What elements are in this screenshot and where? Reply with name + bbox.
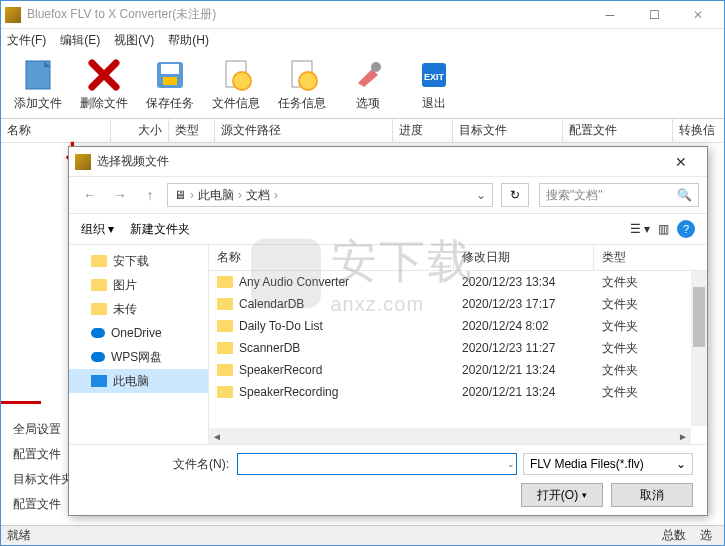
col-type[interactable]: 类型	[169, 119, 215, 142]
menubar: 文件(F) 编辑(E) 视图(V) 帮助(H)	[1, 29, 724, 51]
breadcrumb[interactable]: 🖥 › 此电脑 › 文档 › ⌄	[167, 183, 493, 207]
task-info-button[interactable]: 任务信息	[273, 57, 331, 112]
col-size[interactable]: 大小	[111, 119, 169, 142]
file-info-button[interactable]: 文件信息	[207, 57, 265, 112]
svg-rect-3	[163, 77, 177, 85]
add-file-icon	[20, 57, 56, 93]
chevron-down-icon[interactable]: ⌄	[476, 188, 486, 202]
dialog-nav: ← → ↑ 🖥 › 此电脑 › 文档 › ⌄ ↻ 搜索"文档" 🔍	[69, 177, 707, 213]
minimize-button[interactable]: ─	[588, 1, 632, 29]
search-icon: 🔍	[677, 188, 692, 202]
sidebar-item-5[interactable]: 此电脑	[69, 369, 208, 393]
chevron-down-icon[interactable]: ⌄	[507, 459, 515, 469]
sidebar-item-3[interactable]: OneDrive	[69, 321, 208, 345]
file-row[interactable]: CalendarDB2020/12/23 17:17文件夹	[209, 293, 707, 315]
nav-refresh-button[interactable]: ↻	[501, 183, 529, 207]
cloud-icon	[91, 328, 105, 338]
files-list: Any Audio Converter2020/12/23 13:34文件夹Ca…	[209, 271, 707, 444]
menu-view[interactable]: 视图(V)	[114, 32, 154, 49]
col-name[interactable]: 名称	[1, 119, 111, 142]
filetype-select[interactable]: FLV Media Files(*.flv) ⌄	[523, 453, 693, 475]
exit-button[interactable]: EXIT 退出	[405, 57, 463, 112]
dialog-file-pane: 名称 修改日期 类型 Any Audio Converter2020/12/23…	[209, 245, 707, 444]
scrollbar-horizontal[interactable]: ◄ ►	[209, 428, 691, 444]
cancel-button[interactable]: 取消	[611, 483, 693, 507]
col-srcpath[interactable]: 源文件路径	[215, 119, 393, 142]
maximize-button[interactable]: ☐	[632, 1, 676, 29]
dialog-footer: 文件名(N): ⌄ FLV Media Files(*.flv) ⌄ 打开(O)…	[69, 444, 707, 515]
file-info-icon	[218, 57, 254, 93]
breadcrumb-docs[interactable]: 文档	[246, 187, 270, 204]
status-total: 总数	[656, 527, 692, 544]
file-name: SpeakerRecord	[239, 363, 322, 377]
file-row[interactable]: SpeakerRecord2020/12/21 13:24文件夹	[209, 359, 707, 381]
file-row[interactable]: Any Audio Converter2020/12/23 13:34文件夹	[209, 271, 707, 293]
col-progress[interactable]: 进度	[393, 119, 453, 142]
help-button[interactable]: ?	[677, 220, 695, 238]
search-input[interactable]: 搜索"文档" 🔍	[539, 183, 699, 207]
sidebar-item-0[interactable]: 安下载	[69, 249, 208, 273]
nav-back-button[interactable]: ←	[77, 182, 103, 208]
col-target[interactable]: 目标文件	[453, 119, 563, 142]
scroll-right-icon[interactable]: ►	[675, 428, 691, 444]
add-file-button[interactable]: 添加文件	[9, 57, 67, 112]
dialog-body: 安下载图片未传OneDriveWPS网盘此电脑 名称 修改日期 类型 Any A…	[69, 245, 707, 444]
file-info-label: 文件信息	[212, 95, 260, 112]
close-button[interactable]: ✕	[676, 1, 720, 29]
col-convert[interactable]: 转换信	[673, 119, 721, 142]
dialog-close-button[interactable]: ✕	[661, 154, 701, 170]
options-button[interactable]: 选项	[339, 57, 397, 112]
file-row[interactable]: SpeakerRecording2020/12/21 13:24文件夹	[209, 381, 707, 403]
dialog-toolbar: 组织 ▾ 新建文件夹 ☰ ▾ ▥ ?	[69, 213, 707, 245]
scrollbar-vertical[interactable]	[691, 271, 707, 426]
col-file-name[interactable]: 名称	[209, 245, 454, 270]
view-mode-button[interactable]: ☰ ▾	[630, 222, 650, 236]
sidebar-item-1[interactable]: 图片	[69, 273, 208, 297]
toolbar: 添加文件 删除文件 保存任务 文件信息 任务信息 选项 EXIT 退出	[1, 51, 724, 119]
delete-icon	[86, 57, 122, 93]
menu-file[interactable]: 文件(F)	[7, 32, 46, 49]
menu-help[interactable]: 帮助(H)	[168, 32, 209, 49]
save-task-label: 保存任务	[146, 95, 194, 112]
sidebar-item-label: 此电脑	[113, 373, 149, 390]
col-config[interactable]: 配置文件	[563, 119, 673, 142]
status-select: 选	[694, 527, 718, 544]
files-header: 名称 修改日期 类型	[209, 245, 707, 271]
svg-point-8	[371, 62, 381, 72]
file-row[interactable]: ScannerDB2020/12/23 11:27文件夹	[209, 337, 707, 359]
file-type: 文件夹	[594, 384, 674, 401]
nav-forward-button[interactable]: →	[107, 182, 133, 208]
preview-pane-button[interactable]: ▥	[658, 222, 669, 236]
dialog-title: 选择视频文件	[97, 153, 661, 170]
delete-file-button[interactable]: 删除文件	[75, 57, 133, 112]
nav-up-button[interactable]: ↑	[137, 182, 163, 208]
folder-icon	[217, 298, 233, 310]
new-folder-button[interactable]: 新建文件夹	[130, 221, 190, 238]
save-task-button[interactable]: 保存任务	[141, 57, 199, 112]
sidebar-item-4[interactable]: WPS网盘	[69, 345, 208, 369]
exit-icon: EXIT	[416, 57, 452, 93]
breadcrumb-pc[interactable]: 此电脑	[198, 187, 234, 204]
add-file-label: 添加文件	[14, 95, 62, 112]
status-text: 就绪	[7, 527, 31, 544]
annotation-line	[1, 401, 41, 404]
window-controls: ─ ☐ ✕	[588, 1, 720, 29]
dialog-icon	[75, 154, 91, 170]
file-date: 2020/12/21 13:24	[454, 363, 594, 377]
sidebar-item-2[interactable]: 未传	[69, 297, 208, 321]
scroll-left-icon[interactable]: ◄	[209, 428, 225, 444]
menu-edit[interactable]: 编辑(E)	[60, 32, 100, 49]
file-date: 2020/12/23 11:27	[454, 341, 594, 355]
col-file-date[interactable]: 修改日期	[454, 245, 594, 270]
file-row[interactable]: Daily To-Do List2020/12/24 8:02文件夹	[209, 315, 707, 337]
sidebar-item-label: 安下载	[113, 253, 149, 270]
file-name: ScannerDB	[239, 341, 300, 355]
col-file-type[interactable]: 类型	[594, 245, 674, 270]
folder-icon	[91, 279, 107, 291]
cloud-icon	[91, 352, 105, 362]
open-button[interactable]: 打开(O)▾	[521, 483, 603, 507]
delete-file-label: 删除文件	[80, 95, 128, 112]
organize-button[interactable]: 组织 ▾	[81, 221, 114, 238]
filename-input[interactable]	[237, 453, 517, 475]
app-icon	[5, 7, 21, 23]
